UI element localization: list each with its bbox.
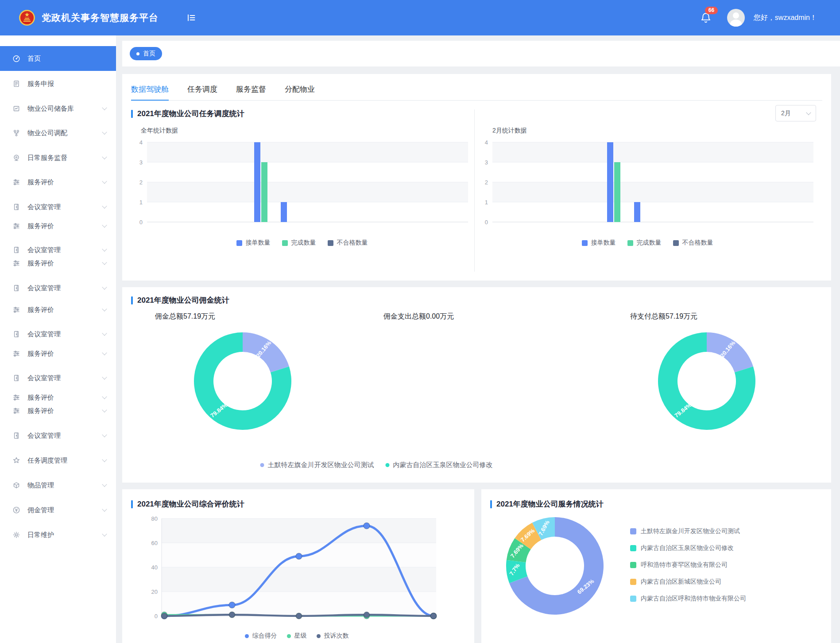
tab-3[interactable]: 分配物业 xyxy=(285,79,315,100)
legend-item[interactable]: 星级 xyxy=(287,632,307,640)
month-select[interactable]: 2月 xyxy=(775,105,816,121)
sidebar-item-label: 佣金管理 xyxy=(27,506,103,514)
sidebar-item-9[interactable]: 服务评价 xyxy=(0,257,116,270)
notification-badge: 66 xyxy=(705,7,718,14)
chevron-down-icon xyxy=(102,374,107,379)
sidebar-item-10[interactable]: 会议室管理 xyxy=(0,281,116,295)
legend-item[interactable]: 呼和浩特市赛罕区物业有限公司 xyxy=(630,561,746,569)
legend-item[interactable]: 完成数量 xyxy=(627,239,662,247)
month-chart-legend: 接单数量完成数量不合格数量 xyxy=(479,239,816,247)
sidebar-item-13[interactable]: 服务评价 xyxy=(0,347,116,360)
legend-label: 完成数量 xyxy=(637,239,662,247)
legend-item[interactable]: 完成数量 xyxy=(282,239,316,247)
legend-item[interactable]: 不合格数量 xyxy=(673,239,713,247)
header-right: 66 您好，swzxadmin！ xyxy=(700,9,840,27)
legend-label: 完成数量 xyxy=(291,239,316,247)
chevron-down-icon xyxy=(102,457,107,462)
commission-section-title: 2021年度物业公司佣金统计 xyxy=(131,295,229,305)
sidebar-item-0-active[interactable]: 首页 xyxy=(0,46,116,71)
sidebar-item-15[interactable]: 服务评价 xyxy=(0,391,116,404)
sidebar-item-label: 会议室管理 xyxy=(27,246,103,254)
report-icon xyxy=(12,80,20,88)
sidebar-item-17[interactable]: 会议室管理 xyxy=(0,429,116,442)
breadcrumb-home-tag[interactable]: 首页 xyxy=(130,47,162,60)
svg-text:0: 0 xyxy=(155,613,158,620)
legend-swatch-icon xyxy=(630,562,636,568)
notification-bell-icon[interactable]: 66 xyxy=(700,12,712,24)
month-select-value: 2月 xyxy=(781,109,791,117)
sliders-icon xyxy=(12,222,20,230)
svg-text:1: 1 xyxy=(485,199,488,206)
sliders-icon xyxy=(12,259,20,267)
legend-label: 呼和浩特市赛罕区物业有限公司 xyxy=(641,561,728,569)
chevron-down-icon xyxy=(102,129,107,134)
legend-item[interactable]: 土默特左旗金川开发区物业公司测试 xyxy=(630,527,746,535)
chevron-down-icon xyxy=(102,482,107,487)
chart-divider xyxy=(474,109,475,272)
service-section-title: 2021年度物业公司服务情况统计 xyxy=(490,499,604,509)
sidebar-item-14[interactable]: 会议室管理 xyxy=(0,371,116,385)
legend-item[interactable]: 接单数量 xyxy=(236,239,271,247)
sidebar-item-11[interactable]: 服务评价 xyxy=(0,303,116,316)
svg-text:2: 2 xyxy=(485,179,488,186)
legend-swatch-icon xyxy=(386,463,390,467)
legend-swatch-icon xyxy=(245,634,249,638)
sidebar-item-21[interactable]: 日常维护 xyxy=(0,528,116,542)
legend-swatch-icon xyxy=(627,240,633,246)
sidebar-item-5[interactable]: 服务评价 xyxy=(0,175,116,189)
sidebar-item-16[interactable]: 服务评价 xyxy=(0,404,116,417)
coin-icon xyxy=(12,506,20,514)
tab-2[interactable]: 服务监督 xyxy=(236,79,266,100)
sidebar-item-label: 会议室管理 xyxy=(27,330,103,339)
sliders-icon xyxy=(12,407,20,415)
legend-label: 综合得分 xyxy=(252,632,277,640)
legend-label: 内蒙古自治区呼和浩特市物业有限公司 xyxy=(641,595,746,603)
sidebar-item-label: 服务评价 xyxy=(27,350,103,358)
door-icon xyxy=(12,330,20,338)
legend-item[interactable]: 投诉次数 xyxy=(317,632,349,640)
sidebar-collapse-icon[interactable] xyxy=(186,12,197,23)
sidebar-item-12[interactable]: 会议室管理 xyxy=(0,327,116,341)
sidebar-item-20[interactable]: 佣金管理 xyxy=(0,503,116,517)
legend-label: 土默特左旗金川开发区物业公司测试 xyxy=(268,461,374,469)
legend-swatch-icon xyxy=(630,545,636,551)
legend-item[interactable]: 内蒙古自治区呼和浩特市物业有限公司 xyxy=(630,595,746,603)
sidebar-item-18[interactable]: 任务调度管理 xyxy=(0,454,116,467)
sidebar-item-2[interactable]: 物业公司储备库 xyxy=(0,102,116,115)
tab-0[interactable]: 数据驾驶舱 xyxy=(131,79,169,100)
legend-swatch-icon xyxy=(328,240,333,246)
sidebar-item-label: 任务调度管理 xyxy=(27,456,103,465)
legend-item[interactable]: 土默特左旗金川开发区物业公司测试 xyxy=(260,461,374,469)
legend-item[interactable]: 内蒙古自治区玉泉区物业公司修改 xyxy=(386,461,493,469)
legend-item[interactable]: 综合得分 xyxy=(245,632,277,640)
legend-label: 不合格数量 xyxy=(682,239,713,247)
sidebar-item-6[interactable]: 会议室管理 xyxy=(0,200,116,214)
legend-item[interactable]: 不合格数量 xyxy=(328,239,368,247)
svg-text:40: 40 xyxy=(151,564,158,571)
legend-label: 土默特左旗金川开发区物业公司测试 xyxy=(641,527,740,535)
legend-swatch-icon xyxy=(582,240,588,246)
legend-item[interactable]: 内蒙古自治区玉泉区物业公司修改 xyxy=(630,544,746,552)
sidebar-item-4[interactable]: 日常服务监督 xyxy=(0,151,116,164)
sidebar-item-19[interactable]: 物品管理 xyxy=(0,479,116,492)
user-avatar[interactable] xyxy=(727,9,745,27)
tab-1[interactable]: 任务调度 xyxy=(187,79,217,100)
svg-text:2: 2 xyxy=(139,179,143,186)
sidebar-item-3[interactable]: 物业公司调配 xyxy=(0,126,116,140)
chevron-down-icon xyxy=(102,179,107,183)
legend-item[interactable]: 内蒙古自治区新城区物业公司 xyxy=(630,578,746,586)
sidebar-item-label: 日常服务监督 xyxy=(27,154,103,162)
national-emblem-logo-icon xyxy=(19,9,35,26)
sidebar-item-8[interactable]: 会议室管理 xyxy=(0,243,116,257)
sliders-icon xyxy=(12,394,20,401)
star-icon xyxy=(12,456,20,464)
chevron-down-icon xyxy=(102,432,107,437)
sidebar-item-1[interactable]: 服务申报 xyxy=(0,77,116,90)
legend-label: 投诉次数 xyxy=(324,632,349,640)
breadcrumb: 首页 xyxy=(122,41,840,66)
sidebar-item-label: 物业公司调配 xyxy=(27,129,103,137)
monitor-icon xyxy=(12,154,20,162)
sidebar-item-7[interactable]: 服务评价 xyxy=(0,219,116,233)
chevron-down-icon xyxy=(102,284,107,289)
legend-item[interactable]: 接单数量 xyxy=(582,239,616,247)
